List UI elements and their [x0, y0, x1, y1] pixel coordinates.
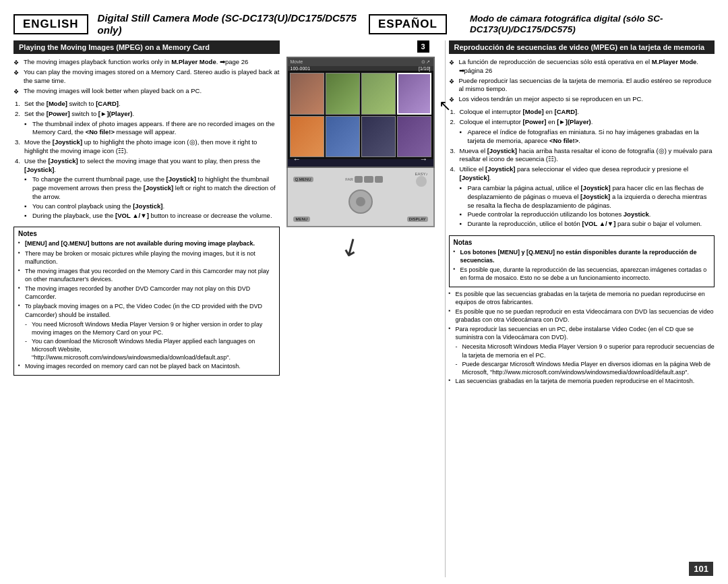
title-right: Modo de cámara fotográfica digital (sólo… — [456, 13, 715, 35]
device-controls-area: Q.MENU FAR EASY♪ — [286, 168, 435, 227]
right-bullet-3: ❖ Los videos tendrán un mejor aspecto si… — [449, 95, 715, 104]
right-step-1: 1. Coloque el interruptor [Mode] en [CAR… — [450, 108, 715, 117]
column-divider — [445, 40, 446, 577]
r-step-2-sub-1: ▪ Aparece el índice de fotografías en mi… — [460, 128, 715, 146]
note-text-1: [MENU] and [Q.MENU] buttons are not avai… — [25, 239, 255, 247]
note-text-3: The moving images that you recorded on t… — [25, 267, 275, 283]
step-text-3: Move the [Joystick] up to highlight the … — [24, 138, 280, 156]
r-diamond-2: ❖ — [449, 78, 457, 86]
r-step-4-sub-2: ▪ Puede controlar la reproducción utiliz… — [460, 210, 715, 219]
r-step-2-subs: ▪ Aparece el índice de fotografías en mi… — [460, 128, 715, 146]
joystick-area — [293, 189, 428, 214]
menu-ctrl: MENU — [293, 216, 311, 222]
diamond-icon-2: ❖ — [13, 69, 22, 77]
joystick-center — [356, 197, 365, 206]
note-sq-4: ▪ — [18, 285, 25, 292]
right-step-3: 3. Mueva el [Joystick] hacia arriba hast… — [450, 147, 715, 165]
left-bullet-2: ❖ You can play the moving images stored … — [13, 68, 280, 86]
r-dash-1: - — [456, 343, 462, 351]
page: ENGLISH Digital Still Camera Mode (SC-DC… — [0, 0, 728, 584]
r-sub-text-4-2: Puede controlar la reproducción utilizan… — [468, 210, 651, 219]
r-step-4-sub-1: ▪ Para cambiar la página actual, utilice… — [460, 184, 715, 210]
note-left-1: ▪ [MENU] and [Q.MENU] buttons are not av… — [18, 239, 275, 247]
btn-prev — [355, 176, 363, 183]
step-num-4: 4. — [15, 157, 24, 166]
note-sq-5: ▪ — [18, 302, 25, 310]
diamond-icon-3: ❖ — [13, 88, 22, 96]
right-bullet-text-3: Los videos tendrán un mejor aspecto si s… — [459, 95, 715, 104]
r-note-sq-5: ▪ — [449, 325, 456, 332]
note-right-3: ▪ Es posible que las secuencias grabadas… — [449, 290, 715, 306]
r-step-num-3: 3. — [450, 147, 460, 156]
r-note-sub-1: - Necesita Microsoft Windows Media Playe… — [456, 343, 715, 359]
left-steps: 1. Set the [Mode] switch to [CARD]. 2. S… — [15, 100, 280, 222]
left-section-title: Playing the Moving Images (MPEG) on a Me… — [13, 40, 280, 54]
notes-title-left: Notes — [18, 230, 275, 237]
notes-title-right: Notas — [454, 239, 710, 246]
easy-btn — [416, 176, 427, 187]
display-label: DISPLAY — [407, 216, 428, 222]
r-step-num-4: 4. — [450, 165, 460, 174]
left-bullet-3: ❖ The moving images will look better whe… — [13, 87, 280, 96]
note-right-5: ▪ Para reproducir las secuencias en un P… — [449, 325, 715, 341]
note-sq-3: ▪ — [18, 267, 25, 274]
step-badge-3: 3 — [417, 40, 429, 53]
left-step-1: 1. Set the [Mode] switch to [CARD]. — [15, 100, 280, 109]
easy-ctrl: EASY♪ — [415, 172, 427, 187]
left-bullet-1: ❖ The moving images playback function wo… — [13, 58, 280, 67]
r-note-text-6: Las secuencias grabadas en la tarjeta de… — [456, 377, 695, 385]
screen-header: Movie ⊙ ↗ — [288, 58, 433, 66]
r-note-sub-text-2: Puede descargar Microsoft Windows Media … — [462, 360, 715, 376]
step-num-2: 2. — [15, 110, 24, 119]
main-area: Playing the Moving Images (MPEG) on a Me… — [13, 40, 715, 577]
r-note-text-5: Para reproducir las secuencias en un PC,… — [456, 325, 715, 341]
right-bullet-text-1: La función de reproducción de secuencias… — [459, 58, 715, 76]
r-sub-text-4-3: Durante la reproducción, utilice el botó… — [468, 220, 702, 229]
r-sub-text-4-1: Para cambiar la página actual, utilice e… — [468, 184, 715, 210]
right-step-4: 4. Utilice el [Joystick] para selecciona… — [450, 165, 715, 183]
r-note-text-4: Es posible que no se puedan reproducir e… — [456, 308, 715, 324]
screen-icon: ⊙ ↗ — [421, 59, 431, 65]
r-sub-bullet-4-2: ▪ — [460, 210, 468, 219]
btn-next — [375, 176, 383, 183]
lang-badge-left: ENGLISH — [13, 14, 88, 34]
left-step-3: 3. Move the [Joystick] up to highlight t… — [15, 138, 280, 156]
device-mockup-wrapper: Movie ⊙ ↗ 100-0001 [1/10] — [286, 57, 435, 227]
screen-page: [1/10] — [419, 66, 431, 71]
r-step-text-1: Coloque el interruptor [Mode] en [CARD]. — [460, 108, 579, 117]
note-sq-2: ▪ — [18, 250, 25, 257]
note-right-6: ▪ Las secuencias grabadas en la tarjeta … — [449, 377, 715, 385]
step-4-sub-1: ▪ To change the current thumbnail page, … — [24, 175, 280, 201]
top-controls-row: Q.MENU FAR EASY♪ — [293, 172, 428, 187]
right-section-title: Reproducción de secuencias de video (MPE… — [449, 40, 715, 54]
screen-label: Movie — [291, 59, 303, 65]
right-header: ESPAÑOL Modo de cámara fotográfica digit… — [359, 12, 715, 36]
r-sub-bullet-1: ▪ — [460, 128, 468, 137]
step-text-2: Set the [Power] switch to [►](Player). — [24, 110, 134, 119]
page-number: 101 — [689, 562, 713, 576]
right-steps: 1. Coloque el interruptor [Mode] en [CAR… — [450, 108, 715, 230]
far-label: FAR — [345, 177, 353, 181]
right-bullet-text-2: Puede reproducir las secuencias de la ta… — [459, 77, 715, 94]
note-sub-2: - You can download the Microsoft Windows… — [25, 337, 275, 361]
left-header: ENGLISH Digital Still Camera Mode (SC-DC… — [13, 12, 359, 36]
left-bullet-text-2: You can play the moving images stored on… — [24, 68, 280, 86]
sub-text-4-2: You can control playback using the [Joys… — [32, 202, 164, 211]
note-text-5: To playback moving images on a PC, the V… — [25, 302, 275, 318]
title-left: Digital Still Camera Mode (SC-DC173(U)/D… — [98, 12, 359, 36]
thumb-6 — [326, 116, 360, 158]
thumb-8 — [397, 116, 431, 158]
r-step-text-3: Mueva el [Joystick] hacia arriba hasta r… — [460, 147, 715, 165]
note-left-4: ▪ The moving images recorded by another … — [18, 285, 275, 301]
note-right-4: ▪ Es posible que no se puedan reproducir… — [449, 308, 715, 324]
step-text-4: Use the [Joystick] to select the moving … — [24, 157, 280, 175]
note-sub-text-1: You need Microsoft Windows Media Player … — [32, 320, 275, 337]
r-sub-text-1: Aparece el índice de fotografías en mini… — [468, 128, 715, 146]
r-note-sq-3: ▪ — [449, 290, 456, 297]
r-diamond-1: ❖ — [449, 59, 457, 67]
r-note-sub-2: - Puede descargar Microsoft Windows Medi… — [456, 360, 715, 376]
r-step-text-2: Coloque el interruptor [Power] en [►](Pl… — [460, 118, 593, 127]
sub-bullet-4-3: ▪ — [24, 212, 32, 221]
big-arrow: ↙ — [334, 229, 366, 264]
r-note-sq-4: ▪ — [449, 308, 456, 315]
